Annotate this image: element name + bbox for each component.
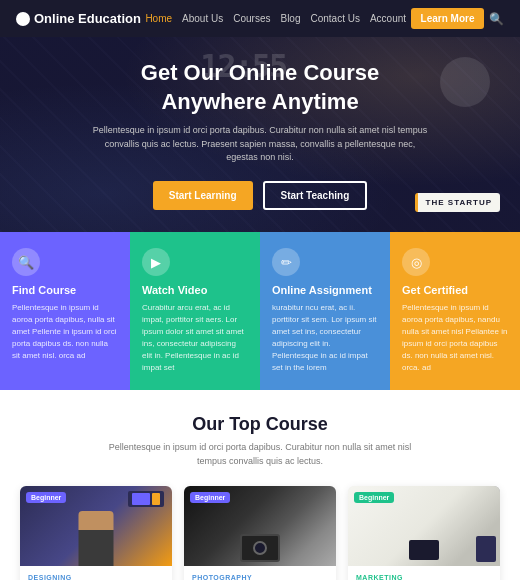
feature-watch-video: ▶ Watch Video Curabitur arcu erat, ac id…	[130, 232, 260, 390]
phone-device	[409, 540, 439, 560]
feature-find-course: 🔍 Find Course Pellentesque in ipsum id a…	[0, 232, 130, 390]
person-silhouette	[79, 511, 114, 566]
course-category-1: DESIGNING	[28, 574, 164, 580]
nav-courses[interactable]: Courses	[233, 13, 270, 24]
course-thumb-1: Beginner	[20, 486, 172, 566]
course-body-3: MARKETING Marketing Basics ThemeGrill Te…	[348, 566, 500, 580]
course-badge-3: Beginner	[354, 492, 394, 503]
online-assignment-desc: kurabitur ncu erat, ac ii. porttitor sit…	[272, 302, 378, 374]
brand-name: Online Education	[34, 11, 141, 26]
start-teaching-button[interactable]: Start Teaching	[263, 181, 368, 210]
find-course-title: Find Course	[12, 284, 118, 296]
course-body-2: PHOTOGRAPHY Photography Beginner Guide T…	[184, 566, 336, 580]
watch-video-title: Watch Video	[142, 284, 248, 296]
search-icon[interactable]: 🔍	[489, 12, 504, 26]
navbar: Online Education Home About Us Courses B…	[0, 0, 520, 37]
nav-blog[interactable]: Blog	[280, 13, 300, 24]
get-certified-icon: ◎	[402, 248, 430, 276]
watch-video-icon: ▶	[142, 248, 170, 276]
ui-screenshot-deco	[128, 491, 164, 507]
feature-online-assignment: ✏ Online Assignment kurabitur ncu erat, …	[260, 232, 390, 390]
find-course-icon: 🔍	[12, 248, 40, 276]
course-card-1[interactable]: Beginner DESIGNING Adobe XD Mega Course	[20, 486, 172, 580]
courses-section: Our Top Course Pellentesque in ipsum id …	[0, 390, 520, 580]
get-certified-title: Get Certified	[402, 284, 508, 296]
course-badge-1: Beginner	[26, 492, 66, 503]
course-body-1: DESIGNING Adobe XD Mega Course ThemeGril…	[20, 566, 172, 580]
course-category-2: PHOTOGRAPHY	[192, 574, 328, 580]
courses-section-subtitle: Pellentesque in ipsum id orci porta dapi…	[100, 441, 420, 468]
hero-buttons: Start Learning Start Teaching	[90, 181, 430, 210]
brand: Online Education	[16, 11, 141, 26]
start-learning-button[interactable]: Start Learning	[153, 181, 253, 210]
watch-video-desc: Curabitur arcu erat, ac id impat, portti…	[142, 302, 248, 374]
course-card-2[interactable]: Beginner PHOTOGRAPHY Photography Beginne…	[184, 486, 336, 580]
hero-title: Get Our Online CourseAnywhere Anytime	[90, 59, 430, 116]
hero-section: 12:55 THE STARTUP Get Our Online CourseA…	[0, 37, 520, 232]
course-card-3[interactable]: Beginner MARKETING Marketing Basics Them…	[348, 486, 500, 580]
course-grid: Beginner DESIGNING Adobe XD Mega Course	[20, 486, 500, 580]
courses-section-title: Our Top Course	[20, 414, 500, 435]
get-certified-desc: Pellentesque in ipsum id aoroa porta dap…	[402, 302, 508, 374]
feature-get-certified: ◎ Get Certified Pellentesque in ipsum id…	[390, 232, 520, 390]
hero-subtitle: Pellentesque in ipsum id orci porta dapi…	[90, 124, 430, 165]
learn-more-button[interactable]: Learn More	[411, 8, 485, 29]
course-thumb-2: Beginner	[184, 486, 336, 566]
course-thumb-3: Beginner	[348, 486, 500, 566]
online-assignment-title: Online Assignment	[272, 284, 378, 296]
online-assignment-icon: ✏	[272, 248, 300, 276]
nav-about[interactable]: About Us	[182, 13, 223, 24]
camera-body	[240, 534, 280, 562]
course-category-3: MARKETING	[356, 574, 492, 580]
camera-lens	[253, 541, 267, 555]
nav-home[interactable]: Home	[145, 13, 172, 24]
brand-logo-circle	[16, 12, 30, 26]
features-row: 🔍 Find Course Pellentesque in ipsum id a…	[0, 232, 520, 390]
course-badge-2: Beginner	[190, 492, 230, 503]
nav-contact[interactable]: Contact Us	[310, 13, 359, 24]
nav-links: Home About Us Courses Blog Contact Us Ac…	[145, 13, 406, 24]
hero-content: Get Our Online CourseAnywhere Anytime Pe…	[50, 59, 470, 210]
find-course-desc: Pellentesque in ipsum id aoroa porta dap…	[12, 302, 118, 362]
notebook-deco	[476, 536, 496, 562]
nav-account[interactable]: Account	[370, 13, 406, 24]
